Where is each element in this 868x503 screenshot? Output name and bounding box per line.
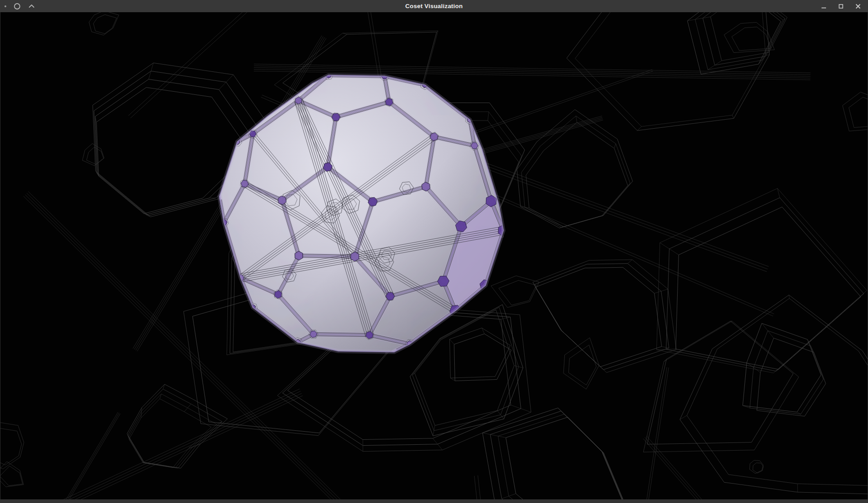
- window-bottom-border: [0, 499, 868, 503]
- dot-icon[interactable]: [5, 5, 6, 7]
- app-window: Coset Visualization: [0, 0, 868, 503]
- chevron-up-icon[interactable]: [28, 3, 35, 10]
- titlebar[interactable]: Coset Visualization: [0, 0, 868, 12]
- circle-icon[interactable]: [14, 3, 21, 10]
- window-controls: [818, 1, 868, 12]
- viewport[interactable]: [0, 12, 868, 499]
- window-title: Coset Visualization: [0, 0, 868, 12]
- close-button[interactable]: [853, 1, 863, 12]
- minimize-button[interactable]: [818, 1, 829, 12]
- maximize-button[interactable]: [836, 1, 846, 12]
- titlebar-left-icons: [0, 3, 35, 10]
- scene-canvas[interactable]: [0, 12, 868, 499]
